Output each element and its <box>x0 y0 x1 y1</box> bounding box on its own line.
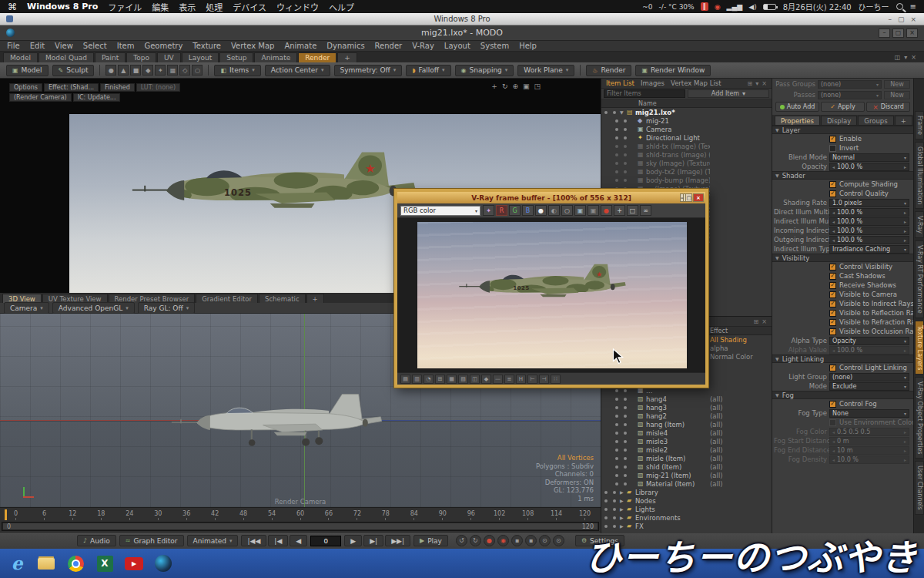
render-eye-icon[interactable] <box>613 516 616 519</box>
checkbox[interactable] <box>829 181 836 188</box>
layout-bar-icon[interactable]: ◫ <box>895 54 901 61</box>
layout-tab[interactable]: Layout <box>182 52 219 62</box>
item-tree-row[interactable]: body-tx2 (Image) (Texture) <box>601 167 772 176</box>
render-eye-icon[interactable] <box>613 525 616 528</box>
modo-menu-item[interactable]: Render <box>375 42 403 50</box>
mac-app-name[interactable]: Windows 8 Pro <box>27 2 98 12</box>
mac-user[interactable]: ひーちー <box>859 1 889 12</box>
vfb-toolbar-icon[interactable]: ▣ <box>574 205 586 216</box>
shader-tree-row[interactable]: Library <box>601 488 772 496</box>
layout-tab[interactable]: + <box>337 52 357 62</box>
visibility-eye-icon[interactable] <box>615 136 618 139</box>
timeline-range-bar[interactable]: 0 120 <box>3 523 598 529</box>
mac-menu-item[interactable]: 処理 <box>206 1 223 13</box>
transport-toggle-icon[interactable]: ↺ <box>456 535 467 546</box>
work-plane-dropdown[interactable]: Work Plane▾ <box>517 65 574 76</box>
render-eye-icon[interactable] <box>624 398 627 401</box>
spotlight-search-icon[interactable] <box>896 3 903 10</box>
value-field[interactable]: 100.0 %▾ <box>829 346 909 355</box>
side-vertical-tab[interactable]: Frame <box>915 111 924 139</box>
filter-items-input[interactable] <box>604 89 685 98</box>
sculpt-mode-button[interactable]: ✎Sculpt <box>52 65 95 76</box>
item-tree-row[interactable]: shld-tx (Image) (Texture) <box>601 142 772 150</box>
mac-status-icon[interactable] <box>763 4 776 10</box>
render-button[interactable]: ♨Render <box>586 65 631 76</box>
render-eye-icon[interactable] <box>624 423 627 426</box>
layout-bar-icon[interactable]: ▾ <box>904 54 907 61</box>
viewport-tab[interactable]: Schematic <box>259 294 306 303</box>
shader-tree-row[interactable]: misle2 (all) <box>601 445 772 454</box>
vfb-toolbar-icon[interactable]: + <box>614 205 625 216</box>
value-field[interactable]: (none)▾ <box>829 373 909 381</box>
vfb-window-control-button[interactable]: ▢ <box>685 193 692 202</box>
layout-tab[interactable]: Animate <box>254 52 297 62</box>
side-vertical-tab[interactable]: V-Ray Object Properties <box>915 377 924 459</box>
modo-menu-item[interactable]: Item <box>117 42 135 50</box>
transport-toggle-icon[interactable]: ▪ <box>511 535 523 546</box>
vfb-bottom-icon[interactable]: ⊣ <box>539 375 549 384</box>
layout-tab[interactable]: Topo <box>126 52 156 62</box>
vfb-toolbar-icon[interactable]: ◐ <box>548 205 560 216</box>
modo-menu-item[interactable]: Select <box>83 42 107 50</box>
wireframe-aircraft-model[interactable] <box>169 388 400 460</box>
vfb-bottom-icon[interactable]: ∷ <box>551 375 561 384</box>
render-eye-icon[interactable] <box>613 491 616 494</box>
transport-toggle-icon[interactable]: ⊙ <box>539 535 551 546</box>
checkbox[interactable] <box>829 319 836 326</box>
transport-back-button[interactable]: ◀ <box>290 535 307 546</box>
viewport-nav-icon[interactable]: ◳ <box>534 82 541 90</box>
snapping-dropdown[interactable]: ◉Snapping▾ <box>455 65 514 76</box>
checkbox[interactable] <box>829 136 836 143</box>
modo-window-control-button[interactable]: × <box>906 29 918 38</box>
render-eye-icon[interactable] <box>613 111 616 114</box>
transport-back-button[interactable]: |◀ <box>268 535 288 546</box>
viewport-header-dropdown[interactable]: Ray GL: Off▾ <box>138 302 195 314</box>
name-column-header[interactable]: Name <box>601 100 657 107</box>
shader-tree-row[interactable]: hang3 (all) <box>601 403 772 412</box>
modo-window-control-button[interactable]: ▢ <box>892 29 904 38</box>
render-overlay-button[interactable]: Finished <box>100 83 135 92</box>
value-field[interactable]: 10.0 %▾ <box>829 455 909 464</box>
transport-back-button[interactable]: |◀◀ <box>241 535 266 546</box>
apple-menu-icon[interactable]: ⌘ <box>8 2 17 12</box>
panel-bar-icon[interactable]: ⊞ <box>754 318 759 325</box>
modo-menu-item[interactable]: Animate <box>284 42 316 50</box>
modo-menu-item[interactable]: V-Ray <box>412 42 434 50</box>
vfb-toolbar-icon[interactable]: □ <box>627 205 638 216</box>
visibility-eye-icon[interactable] <box>615 398 618 401</box>
shader-tree-row[interactable]: hang (Item) (all) <box>601 420 772 428</box>
checkbox[interactable] <box>829 145 836 152</box>
layout-tab[interactable]: UV <box>157 52 181 62</box>
playhead[interactable] <box>5 509 7 520</box>
mac-menu-item[interactable]: 表示 <box>179 1 196 13</box>
render-eye-icon[interactable] <box>624 440 627 443</box>
transport-toggle-icon[interactable]: ⊙ <box>553 535 564 546</box>
modo-menu-item[interactable]: System <box>480 42 509 50</box>
effect-column-header[interactable]: Effect <box>710 328 772 334</box>
shader-tree-row[interactable]: hang2 (all) <box>601 412 772 420</box>
checkbox[interactable] <box>829 190 836 197</box>
action-center-dropdown[interactable]: Action Center▾ <box>265 65 330 76</box>
vfb-toolbar-icon[interactable]: ○ <box>561 205 573 216</box>
value-field[interactable]: 100.0 %▾ <box>829 227 909 235</box>
visibility-eye-icon[interactable] <box>615 432 618 435</box>
render-eye-icon[interactable] <box>624 474 627 477</box>
modo-menu-item[interactable]: View <box>55 42 73 50</box>
render-eye-icon[interactable] <box>624 406 627 409</box>
vfb-toolbar-icon[interactable]: ▣ <box>588 205 599 216</box>
mac-status-icon[interactable]: ◀) <box>748 3 756 11</box>
side-vertical-tab[interactable]: Texture Layers <box>915 321 924 375</box>
model-mode-button[interactable]: ▣Model <box>6 65 49 76</box>
visibility-eye-icon[interactable] <box>615 440 618 443</box>
value-field[interactable]: 100.0 %▾ <box>829 208 909 217</box>
mac-clock[interactable]: 8月26日(火) 22:40 <box>783 1 852 12</box>
checkbox[interactable] <box>829 264 836 271</box>
visibility-eye-icon[interactable] <box>615 119 618 123</box>
transport-forward-button[interactable]: ▶▶| <box>385 535 410 546</box>
panel-bar-icon[interactable]: ⊞ <box>748 80 753 87</box>
value-field[interactable]: 100.0 %▾ <box>829 236 909 244</box>
item-tree-row[interactable]: body-bump (Image) (Texture) <box>601 176 772 184</box>
panel-bar-icon[interactable]: ▾ <box>755 80 758 87</box>
checkbox[interactable] <box>829 365 836 371</box>
layout-tab[interactable]: Model <box>3 52 38 62</box>
